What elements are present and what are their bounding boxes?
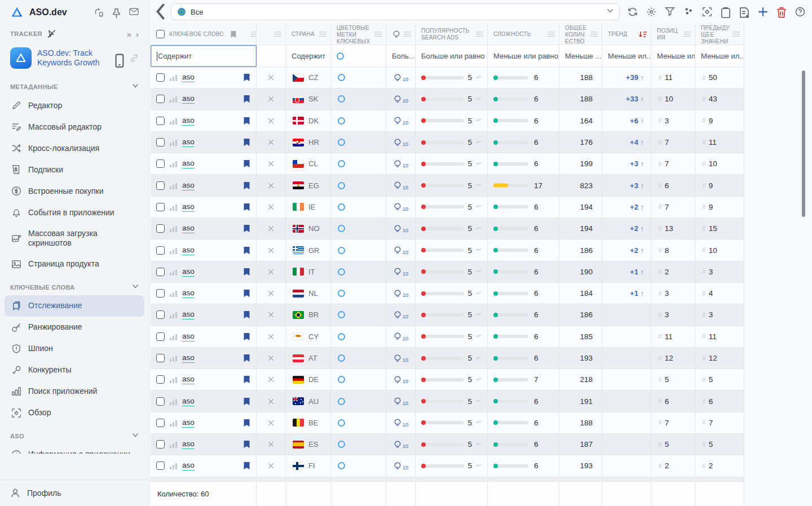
row-checkbox[interactable]	[156, 268, 165, 276]
sidebar-item[interactable]: События в приложении	[5, 202, 144, 223]
color-label-circle[interactable]	[338, 160, 345, 167]
row-checkbox[interactable]	[156, 440, 165, 449]
mail-icon[interactable]	[129, 8, 139, 17]
row-checkbox[interactable]	[156, 419, 165, 427]
row-checkbox[interactable]	[156, 354, 165, 362]
export-report-icon[interactable]	[739, 7, 749, 17]
bookmark-icon[interactable]	[243, 246, 250, 255]
chart-bars-icon[interactable]	[169, 419, 178, 427]
keyword-link[interactable]: aso	[182, 202, 195, 212]
bookmark-icon[interactable]	[243, 138, 250, 147]
row-checkbox[interactable]	[156, 138, 165, 147]
color-label-circle[interactable]	[338, 95, 345, 103]
sparkline-icon[interactable]	[475, 183, 483, 188]
bookmark-icon[interactable]	[243, 397, 250, 406]
suggestions-bulb-icon[interactable]	[393, 159, 402, 168]
keyword-link[interactable]: aso	[182, 332, 195, 341]
suggestions-filter[interactable]: Боль...	[386, 45, 416, 67]
remove-keyword-icon[interactable]	[268, 334, 274, 340]
sparkline-icon[interactable]	[475, 420, 483, 425]
keyword-link[interactable]: aso	[182, 353, 195, 363]
remove-keyword-icon[interactable]	[268, 183, 274, 189]
remove-keyword-icon[interactable]	[268, 118, 274, 124]
column-menu-icon[interactable]	[732, 31, 740, 38]
tracked-app-card[interactable]: ASO.dev: Track Keywords Growth	[0, 42, 149, 74]
chart-bars-icon[interactable]	[169, 203, 178, 211]
suggestions-bulb-icon[interactable]	[393, 267, 402, 276]
color-labels-icon[interactable]	[683, 7, 694, 17]
section-header-1[interactable]: КЛЮЧЕВЫЕ СЛОВА	[0, 275, 149, 295]
keyword-link[interactable]: aso	[182, 310, 195, 319]
scan-overview-icon[interactable]	[702, 7, 712, 17]
header-keyword[interactable]: КЛЮЧЕВОЕ СЛОВО	[151, 24, 257, 45]
remove-keyword-icon[interactable]	[268, 269, 274, 275]
bookmark-icon[interactable]	[243, 440, 250, 449]
bookmark-icon[interactable]	[243, 419, 250, 427]
header-suggestions[interactable]	[386, 24, 416, 45]
clipboard-icon[interactable]	[721, 7, 731, 17]
color-label-circle[interactable]	[338, 74, 345, 81]
column-menu-icon[interactable]	[250, 31, 257, 38]
sparkline-icon[interactable]	[475, 378, 483, 382]
sidebar-item[interactable]: Ранжирование	[5, 317, 144, 338]
sidebar-item[interactable]: Подписки	[5, 159, 144, 180]
suggestions-bulb-icon[interactable]	[393, 116, 402, 125]
remove-keyword-icon[interactable]	[268, 139, 274, 145]
bookmark-icon[interactable]	[243, 203, 250, 211]
suggestions-bulb-icon[interactable]	[393, 202, 402, 211]
column-menu-icon[interactable]	[590, 31, 598, 38]
color-label-circle[interactable]	[338, 290, 345, 297]
country-selector[interactable]: Все	[171, 3, 620, 20]
keyword-link[interactable]: aso	[182, 397, 195, 406]
sidebar-item[interactable]: Отслеживание	[5, 295, 144, 317]
bookmark-icon[interactable]	[243, 289, 250, 298]
bookmark-icon[interactable]	[243, 461, 250, 470]
popularity-filter[interactable]: Больше или равно	[416, 45, 488, 67]
sparkline-icon[interactable]	[475, 118, 483, 123]
row-checkbox[interactable]	[156, 181, 165, 190]
keyword-link[interactable]: aso	[182, 288, 195, 298]
bookmark-icon[interactable]	[243, 268, 250, 276]
chart-bars-icon[interactable]	[169, 225, 178, 232]
sparkline-icon[interactable]	[475, 464, 483, 468]
bookmark-icon[interactable]	[243, 95, 250, 103]
select-all-checkbox[interactable]	[156, 30, 165, 38]
remove-keyword-icon[interactable]	[268, 441, 274, 447]
sidebar-item[interactable]: Кросс-локализация	[5, 137, 144, 159]
country-filter[interactable]: Содержит	[286, 45, 331, 67]
header-difficulty[interactable]: СЛОЖНОСТЬ	[488, 24, 559, 45]
chart-bars-icon[interactable]	[169, 441, 178, 448]
keyword-link[interactable]: aso	[182, 375, 195, 384]
row-checkbox[interactable]	[156, 246, 165, 255]
sparkline-icon[interactable]	[475, 313, 483, 317]
sidebar-item[interactable]: Обзор	[5, 402, 144, 424]
delete-icon[interactable]	[776, 7, 787, 17]
tracked-app-name[interactable]: ASO.dev: Track Keywords Growth	[37, 48, 109, 68]
sparkline-icon[interactable]	[475, 162, 483, 166]
keyword-filter-input[interactable]: Содержит	[151, 45, 257, 67]
row-checkbox[interactable]	[156, 461, 165, 470]
row-checkbox[interactable]	[156, 310, 165, 319]
sparkline-icon[interactable]	[475, 356, 483, 361]
column-menu-icon[interactable]	[683, 31, 691, 38]
color-label-circle[interactable]	[338, 398, 345, 405]
suggestions-bulb-icon[interactable]	[393, 332, 402, 341]
sidebar-item[interactable]: Страница продукта	[5, 254, 144, 275]
row-checkbox[interactable]	[156, 332, 165, 341]
sidebar-item[interactable]: Информация о приложении	[5, 444, 144, 454]
bookmark-icon[interactable]	[243, 224, 250, 233]
sparkline-icon[interactable]	[475, 291, 483, 296]
column-menu-icon[interactable]	[475, 31, 484, 38]
chart-bars-icon[interactable]	[169, 311, 178, 318]
sidebar-item-profile[interactable]: Профиль	[0, 480, 149, 506]
filter-funnel-icon[interactable]	[665, 7, 675, 17]
keyword-link[interactable]: aso	[182, 246, 195, 255]
sparkline-icon[interactable]	[475, 248, 483, 252]
help-icon[interactable]	[795, 7, 805, 17]
sparkline-icon[interactable]	[475, 140, 483, 145]
remove-keyword-icon[interactable]	[268, 74, 274, 81]
color-label-circle[interactable]	[338, 419, 345, 427]
chart-bars-icon[interactable]	[169, 268, 178, 276]
chart-bars-icon[interactable]	[169, 160, 178, 167]
bookmark-icon[interactable]	[243, 310, 250, 319]
